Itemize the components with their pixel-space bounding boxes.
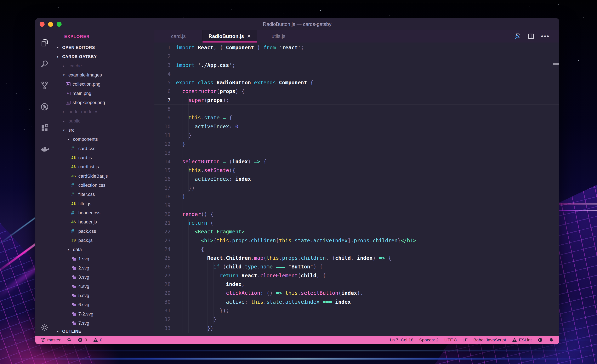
code-line-1[interactable]: 1import React, { Component } from 'react…	[154, 43, 559, 52]
indent-guide	[182, 289, 182, 297]
status-git-branch[interactable]: master	[40, 337, 61, 343]
tree-folder-data[interactable]: ▾data	[54, 245, 154, 254]
tree-file-pack-css[interactable]: #pack.css	[54, 227, 154, 236]
code-line-11[interactable]: 11 }	[154, 131, 559, 140]
code-line-10[interactable]: 10 activeIndex: 0	[154, 122, 559, 131]
code-line-24[interactable]: 24 {	[154, 245, 559, 254]
tree-file-7-svg[interactable]: 7.svg	[54, 319, 154, 327]
close-tab-icon[interactable]: ✕	[247, 33, 251, 39]
settings-gear-icon[interactable]	[40, 326, 49, 336]
code-line-2[interactable]: 2	[154, 52, 559, 61]
code-line-33[interactable]: 33 })	[154, 324, 559, 333]
tree-file-filter-js[interactable]: JSfilter.js	[54, 199, 154, 208]
tree-file-shopkeeper-png[interactable]: shopkeeper.png	[54, 98, 154, 107]
tree-file-5-svg[interactable]: 5.svg	[54, 291, 154, 300]
code-line-9[interactable]: 9 this.state = {	[154, 113, 559, 122]
code-line-13[interactable]: 13	[154, 149, 559, 157]
tree-section-open-editors[interactable]: ▸OPEN EDITORS	[54, 43, 154, 52]
split-editor-icon[interactable]	[527, 33, 534, 40]
code-line-27[interactable]: 27 return React.cloneElement(child, {	[154, 271, 559, 280]
code-line-6[interactable]: 6 constructor(props) {	[154, 87, 559, 96]
code-line-8[interactable]: 8	[154, 105, 559, 113]
debug-disabled-icon[interactable]	[40, 102, 49, 111]
outline-section[interactable]: ▸OUTLINE	[54, 327, 154, 336]
tree-section-cards-gatsby[interactable]: ▾CARDS-GATSBY	[54, 52, 154, 61]
code-line-30[interactable]: 30 active: this.state.activeIndex === in…	[154, 298, 559, 306]
tab-card-js[interactable]: card.js	[154, 30, 203, 42]
code-line-22[interactable]: 22 <React.Fragment>	[154, 227, 559, 236]
status-warning-triangle[interactable]: ESLint	[512, 337, 532, 343]
status-bell[interactable]	[549, 337, 554, 343]
open-changes-icon[interactable]	[514, 33, 521, 40]
status-label: master	[47, 338, 61, 342]
chevron-down-icon: ▾	[57, 55, 62, 58]
code-line-12[interactable]: 12 }	[154, 140, 559, 148]
tree-file-cardsidebar-js[interactable]: JScardSideBar.js	[54, 172, 154, 181]
status-babel-javascript[interactable]: Babel JavaScript	[473, 338, 506, 342]
tree-folder-src[interactable]: ▾src	[54, 126, 154, 135]
tree-file-collection-png[interactable]: collection.png	[54, 79, 154, 89]
tree-folder-components[interactable]: ▾components	[54, 135, 154, 144]
code-line-16[interactable]: 16 activeIndex: index	[154, 175, 559, 183]
tree-file-1-svg[interactable]: 1.svg	[54, 254, 154, 263]
status-ln-7-col-18[interactable]: Ln 7, Col 18	[390, 338, 413, 342]
tree-file-3-svg[interactable]: 3.svg	[54, 273, 154, 282]
tab-utils-js[interactable]: utils.js	[257, 30, 300, 42]
status-spaces-2[interactable]: Spaces: 2	[419, 338, 439, 342]
code-editor[interactable]: 1import React, { Component } from 'react…	[154, 42, 559, 336]
code-line-26[interactable]: 26 if (child.type.name === "Button") {	[154, 262, 559, 271]
code-line-18[interactable]: 18 }	[154, 192, 559, 201]
tree-file-7-2-svg[interactable]: 7-2.svg	[54, 309, 154, 319]
tree-file-main-png[interactable]: main.png	[54, 89, 154, 98]
search-icon[interactable]	[40, 59, 49, 69]
docker-icon[interactable]	[40, 145, 49, 154]
status-utf-8[interactable]: UTF-8	[444, 338, 457, 342]
tree-file-filter-css[interactable]: #filter.css	[54, 190, 154, 199]
code-line-19[interactable]: 19	[154, 201, 559, 210]
code-line-7[interactable]: 7 super(props);	[154, 96, 559, 105]
code-line-5[interactable]: 5export class RadioButton extends Compon…	[154, 78, 559, 87]
status-cloud-upload[interactable]	[66, 337, 72, 343]
editor-scrollbar[interactable]	[553, 42, 559, 336]
code-line-14[interactable]: 14 selectButton = (index) => {	[154, 157, 559, 166]
status-lf[interactable]: LF	[463, 338, 468, 342]
code-line-17[interactable]: 17 })	[154, 184, 559, 192]
code-line-20[interactable]: 20 render() {	[154, 210, 559, 219]
title-bar[interactable]: RadioButton.js — cards-gatsby	[35, 18, 559, 30]
status-smiley[interactable]	[537, 337, 543, 343]
tree-file-cardlist-js[interactable]: JScardList.js	[54, 162, 154, 171]
tree-folder-example-images[interactable]: ▾example-images	[54, 71, 154, 79]
scrollbar-thumb[interactable]	[553, 63, 559, 65]
status-warning-triangle[interactable]: 0	[93, 337, 102, 343]
tree-file-card-css[interactable]: #card.css	[54, 144, 154, 153]
code-line-29[interactable]: 29 clickAction: () => this.selectButton(…	[154, 289, 559, 297]
tree-file-header-css[interactable]: #header.css	[54, 208, 154, 217]
tab-radiobutton-js[interactable]: RadioButton.js✕	[203, 30, 257, 42]
tree-file-card-js[interactable]: JScard.js	[54, 153, 154, 162]
code-line-15[interactable]: 15 this.setState({	[154, 166, 559, 175]
tree-folder-public[interactable]: ▸public	[54, 117, 154, 126]
tree-folder--cache[interactable]: ▸.cache	[54, 61, 154, 71]
extensions-icon[interactable]	[40, 123, 49, 133]
tree-file-2-svg[interactable]: 2.svg	[54, 263, 154, 273]
code-line-31[interactable]: 31 });	[154, 306, 559, 315]
code-line-28[interactable]: 28 index,	[154, 280, 559, 289]
tree-file-4-svg[interactable]: 4.svg	[54, 282, 154, 291]
tree-file-6-svg[interactable]: 6.svg	[54, 300, 154, 309]
code-line-25[interactable]: 25 React.Children.map(this.props.childre…	[154, 254, 559, 262]
tree-file-header-js[interactable]: JSheader.js	[54, 217, 154, 227]
code-line-32[interactable]: 32 }	[154, 315, 559, 324]
tree-file-pack-js[interactable]: JSpack.js	[54, 236, 154, 245]
tree-file-collection-css[interactable]: #collection.css	[54, 181, 154, 190]
code-line-21[interactable]: 21 return (	[154, 219, 559, 227]
status-label: 0	[85, 338, 87, 342]
code-line-3[interactable]: 3import './App.css';	[154, 61, 559, 70]
code-line-23[interactable]: 23 <h1>{this.props.children[this.state.a…	[154, 236, 559, 245]
code-line-4[interactable]: 4	[154, 70, 559, 78]
explorer-icon[interactable]	[40, 38, 49, 47]
source-control-icon[interactable]	[40, 81, 49, 90]
tab-label: card.js	[171, 33, 186, 39]
tree-folder-node-modules[interactable]: ▸node_modules	[54, 107, 154, 116]
status-error-circle[interactable]: 0	[78, 337, 87, 343]
more-actions-icon[interactable]: •••	[541, 34, 550, 38]
